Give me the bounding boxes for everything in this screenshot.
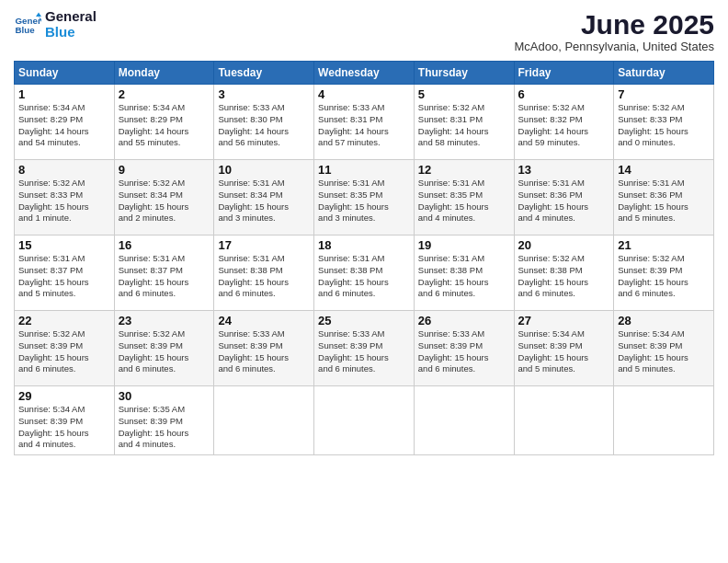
day-info: Sunrise: 5:31 AM Sunset: 8:36 PM Dayligh… (518, 178, 610, 224)
day-info: Sunrise: 5:33 AM Sunset: 8:31 PM Dayligh… (318, 102, 410, 149)
calendar-cell: 10Sunrise: 5:31 AM Sunset: 8:34 PM Dayli… (214, 160, 314, 236)
calendar-cell: 4Sunrise: 5:33 AM Sunset: 8:31 PM Daylig… (314, 85, 415, 160)
day-info: Sunrise: 5:32 AM Sunset: 8:32 PM Dayligh… (518, 102, 610, 149)
day-number: 13 (518, 163, 610, 177)
calendar-cell: 21Sunrise: 5:32 AM Sunset: 8:39 PM Dayli… (614, 236, 714, 311)
day-info: Sunrise: 5:33 AM Sunset: 8:39 PM Dayligh… (318, 328, 410, 375)
calendar-cell (214, 386, 314, 455)
day-info: Sunrise: 5:34 AM Sunset: 8:29 PM Dayligh… (18, 102, 110, 149)
logo: General Blue General Blue (14, 9, 97, 40)
day-number: 17 (218, 238, 310, 252)
calendar-cell: 19Sunrise: 5:31 AM Sunset: 8:38 PM Dayli… (414, 236, 514, 311)
day-info: Sunrise: 5:34 AM Sunset: 8:39 PM Dayligh… (618, 328, 710, 375)
day-number: 29 (18, 389, 110, 403)
day-info: Sunrise: 5:34 AM Sunset: 8:39 PM Dayligh… (518, 328, 610, 375)
calendar-cell: 9Sunrise: 5:32 AM Sunset: 8:34 PM Daylig… (114, 160, 214, 236)
calendar-cell: 16Sunrise: 5:31 AM Sunset: 8:37 PM Dayli… (114, 236, 214, 311)
calendar-cell: 25Sunrise: 5:33 AM Sunset: 8:39 PM Dayli… (314, 311, 415, 386)
day-info: Sunrise: 5:32 AM Sunset: 8:38 PM Dayligh… (518, 253, 610, 300)
day-number: 21 (618, 238, 710, 252)
day-info: Sunrise: 5:32 AM Sunset: 8:39 PM Dayligh… (18, 328, 110, 375)
day-info: Sunrise: 5:31 AM Sunset: 8:34 PM Dayligh… (218, 178, 310, 224)
calendar-cell: 30Sunrise: 5:35 AM Sunset: 8:39 PM Dayli… (114, 386, 214, 455)
calendar-cell: 26Sunrise: 5:33 AM Sunset: 8:39 PM Dayli… (414, 311, 514, 386)
day-info: Sunrise: 5:31 AM Sunset: 8:37 PM Dayligh… (18, 253, 110, 300)
location: McAdoo, Pennsylvania, United States (514, 40, 714, 53)
weekday-header-thursday: Thursday (414, 62, 514, 85)
day-number: 28 (618, 314, 710, 327)
day-info: Sunrise: 5:34 AM Sunset: 8:39 PM Dayligh… (18, 404, 110, 451)
svg-marker-2 (36, 12, 41, 17)
logo-general: General (45, 9, 97, 25)
day-number: 2 (119, 87, 210, 101)
day-number: 9 (119, 163, 210, 177)
day-number: 20 (518, 238, 610, 252)
day-number: 30 (119, 389, 210, 403)
day-number: 7 (618, 87, 710, 101)
day-number: 10 (218, 163, 310, 177)
month-title: June 2025 (514, 9, 714, 40)
day-number: 12 (418, 163, 510, 177)
calendar-cell (314, 386, 415, 455)
title-block: June 2025 McAdoo, Pennsylvania, United S… (514, 9, 714, 53)
calendar-cell: 2Sunrise: 5:34 AM Sunset: 8:29 PM Daylig… (114, 85, 214, 160)
logo-icon: General Blue (14, 11, 41, 39)
day-number: 16 (119, 238, 210, 252)
day-info: Sunrise: 5:31 AM Sunset: 8:38 PM Dayligh… (218, 253, 310, 300)
day-info: Sunrise: 5:34 AM Sunset: 8:29 PM Dayligh… (119, 102, 210, 149)
day-number: 18 (318, 238, 410, 252)
day-number: 19 (418, 238, 510, 252)
calendar-cell: 13Sunrise: 5:31 AM Sunset: 8:36 PM Dayli… (514, 160, 614, 236)
weekday-header-wednesday: Wednesday (314, 62, 415, 85)
header: General Blue General Blue June 2025 McAd… (14, 9, 714, 53)
calendar-cell: 24Sunrise: 5:33 AM Sunset: 8:39 PM Dayli… (214, 311, 314, 386)
day-info: Sunrise: 5:33 AM Sunset: 8:39 PM Dayligh… (418, 328, 510, 375)
day-info: Sunrise: 5:32 AM Sunset: 8:31 PM Dayligh… (418, 102, 510, 149)
calendar-cell: 29Sunrise: 5:34 AM Sunset: 8:39 PM Dayli… (15, 386, 115, 455)
day-number: 22 (18, 314, 110, 327)
day-number: 6 (518, 87, 610, 101)
day-number: 8 (18, 163, 110, 177)
calendar-cell (514, 386, 614, 455)
weekday-header-tuesday: Tuesday (214, 62, 314, 85)
calendar-cell: 18Sunrise: 5:31 AM Sunset: 8:38 PM Dayli… (314, 236, 415, 311)
day-number: 26 (418, 314, 510, 327)
day-info: Sunrise: 5:31 AM Sunset: 8:35 PM Dayligh… (318, 178, 410, 224)
calendar-cell: 15Sunrise: 5:31 AM Sunset: 8:37 PM Dayli… (15, 236, 115, 311)
day-number: 27 (518, 314, 610, 327)
day-number: 23 (119, 314, 210, 327)
day-info: Sunrise: 5:31 AM Sunset: 8:38 PM Dayligh… (418, 253, 510, 300)
calendar-cell (414, 386, 514, 455)
calendar-cell: 17Sunrise: 5:31 AM Sunset: 8:38 PM Dayli… (214, 236, 314, 311)
day-info: Sunrise: 5:32 AM Sunset: 8:39 PM Dayligh… (618, 253, 710, 300)
calendar-cell: 5Sunrise: 5:32 AM Sunset: 8:31 PM Daylig… (414, 85, 514, 160)
svg-text:Blue: Blue (16, 25, 36, 35)
day-info: Sunrise: 5:32 AM Sunset: 8:33 PM Dayligh… (18, 178, 110, 224)
day-number: 14 (618, 163, 710, 177)
day-info: Sunrise: 5:31 AM Sunset: 8:36 PM Dayligh… (618, 178, 710, 224)
weekday-header-saturday: Saturday (614, 62, 714, 85)
day-number: 24 (218, 314, 310, 327)
calendar-cell: 3Sunrise: 5:33 AM Sunset: 8:30 PM Daylig… (214, 85, 314, 160)
svg-text:General: General (16, 15, 42, 25)
day-number: 25 (318, 314, 410, 327)
day-info: Sunrise: 5:33 AM Sunset: 8:39 PM Dayligh… (218, 328, 310, 375)
calendar-cell: 7Sunrise: 5:32 AM Sunset: 8:33 PM Daylig… (614, 85, 714, 160)
day-info: Sunrise: 5:33 AM Sunset: 8:30 PM Dayligh… (218, 102, 310, 149)
day-info: Sunrise: 5:31 AM Sunset: 8:38 PM Dayligh… (318, 253, 410, 300)
day-number: 3 (218, 87, 310, 101)
calendar-cell: 6Sunrise: 5:32 AM Sunset: 8:32 PM Daylig… (514, 85, 614, 160)
calendar-cell: 23Sunrise: 5:32 AM Sunset: 8:39 PM Dayli… (114, 311, 214, 386)
day-number: 5 (418, 87, 510, 101)
day-info: Sunrise: 5:32 AM Sunset: 8:33 PM Dayligh… (618, 102, 710, 149)
day-number: 15 (18, 238, 110, 252)
weekday-header-sunday: Sunday (15, 62, 115, 85)
day-number: 4 (318, 87, 410, 101)
week-row-2: 8Sunrise: 5:32 AM Sunset: 8:33 PM Daylig… (15, 160, 714, 236)
weekday-header-monday: Monday (114, 62, 214, 85)
calendar-cell: 27Sunrise: 5:34 AM Sunset: 8:39 PM Dayli… (514, 311, 614, 386)
calendar-page: General Blue General Blue June 2025 McAd… (0, 0, 728, 563)
day-number: 1 (18, 87, 110, 101)
calendar-table: SundayMondayTuesdayWednesdayThursdayFrid… (14, 61, 714, 455)
calendar-cell: 11Sunrise: 5:31 AM Sunset: 8:35 PM Dayli… (314, 160, 415, 236)
